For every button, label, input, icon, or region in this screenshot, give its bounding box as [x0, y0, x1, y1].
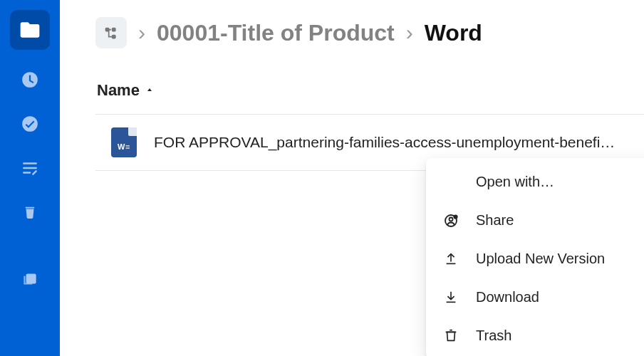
word-doc-icon: W≡ — [111, 127, 137, 157]
menu-item-download[interactable]: Download — [426, 278, 644, 316]
breadcrumb-parent[interactable]: 00001-Title of Product — [157, 21, 395, 44]
download-icon — [442, 288, 460, 306]
menu-item-trash[interactable]: Trash — [426, 316, 644, 355]
sort-asc-icon — [145, 85, 154, 97]
notes-icon — [21, 159, 39, 177]
folder-icon — [19, 19, 41, 41]
main-panel: › 00001-Title of Product › Word Name W≡ … — [60, 0, 644, 356]
column-header-name[interactable]: Name — [95, 81, 644, 115]
svg-rect-4 — [26, 207, 35, 209]
sidebar-item-approved[interactable] — [16, 110, 44, 138]
menu-item-label: Share — [476, 212, 644, 229]
check-circle-icon — [21, 115, 39, 133]
trash-icon — [22, 204, 38, 220]
chevron-right-icon: › — [406, 22, 413, 43]
menu-item-label: Trash — [476, 328, 644, 344]
svg-rect-8 — [113, 36, 115, 38]
sidebar-item-collections[interactable] — [16, 265, 44, 293]
breadcrumb-tree-button[interactable] — [95, 17, 127, 48]
svg-point-10 — [450, 218, 453, 221]
chevron-right-icon: › — [138, 22, 145, 43]
svg-point-0 — [22, 116, 38, 132]
sidebar-item-trash[interactable] — [16, 198, 44, 226]
blank-icon — [442, 172, 460, 191]
menu-item-upload-new-version[interactable]: Upload New Version — [426, 239, 644, 278]
column-header-label: Name — [97, 81, 140, 100]
context-menu: Open with… Share — [426, 158, 644, 356]
sidebar — [0, 0, 60, 356]
clock-icon — [21, 70, 39, 89]
menu-item-label: Open with… — [476, 174, 643, 190]
breadcrumb: › 00001-Title of Product › Word — [95, 17, 644, 48]
breadcrumb-current: Word — [425, 21, 482, 44]
menu-item-open-with[interactable]: Open with… — [426, 162, 644, 201]
svg-rect-5 — [26, 273, 36, 283]
sidebar-item-files[interactable] — [10, 10, 50, 50]
trash-icon — [442, 326, 460, 345]
upload-icon — [442, 249, 460, 268]
menu-item-share[interactable]: Share — [426, 201, 644, 239]
svg-rect-7 — [113, 28, 115, 31]
menu-item-label: Upload New Version — [476, 251, 644, 267]
menu-item-label: Download — [476, 289, 644, 305]
tree-icon — [104, 21, 118, 44]
collections-icon — [21, 270, 39, 288]
sidebar-item-recents[interactable] — [16, 66, 44, 94]
file-name: FOR APPROVAL_partnering-families-access-… — [154, 134, 615, 151]
share-icon — [442, 211, 460, 229]
sidebar-item-notes[interactable] — [16, 154, 44, 182]
